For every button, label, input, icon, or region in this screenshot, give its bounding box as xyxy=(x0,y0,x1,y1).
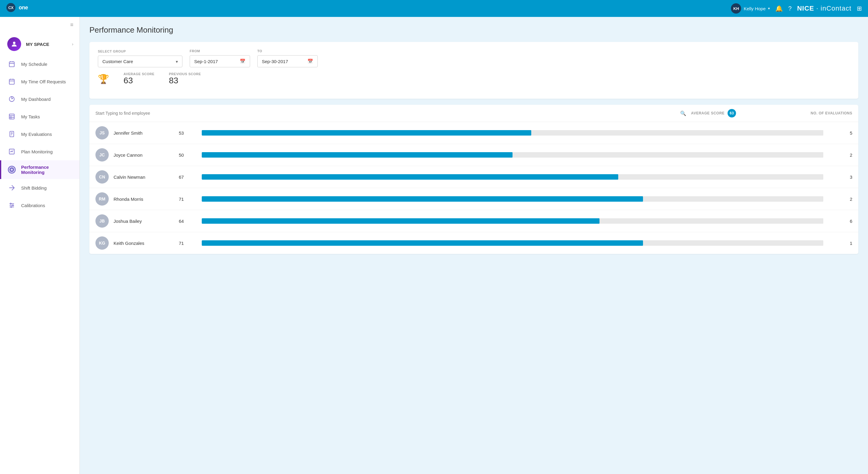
to-date-input[interactable]: Sep-30-2017 📅 xyxy=(257,55,318,67)
group-select[interactable]: Customer Care ▾ xyxy=(98,56,182,67)
content-area: Performance Monitoring SELECT GROUP Cust… xyxy=(80,17,868,474)
help-icon[interactable]: ? xyxy=(788,5,792,12)
to-date-filter: TO Sep-30-2017 📅 xyxy=(257,49,318,67)
trophy-icon: 🏆 xyxy=(98,74,109,84)
score-bar-container xyxy=(202,152,823,158)
scores-row: 🏆 AVERAGE SCORE 63 PREVIOUS SCORE 83 xyxy=(98,67,850,92)
table-row[interactable]: KG Keith Gonzales 71 1 xyxy=(89,232,858,254)
employee-avatar: CN xyxy=(95,170,109,184)
employee-name: Rhonda Morris xyxy=(114,196,174,202)
svg-text:CX: CX xyxy=(8,5,13,10)
sidebar-item-shift[interactable]: Shift Bidding xyxy=(0,179,80,196)
employee-name: Jennifer Smith xyxy=(114,130,174,135)
employee-evals: 2 xyxy=(828,196,852,202)
user-avatar: KH xyxy=(731,3,741,13)
svg-point-3 xyxy=(13,42,16,44)
score-bar-container xyxy=(202,240,823,246)
sidebar-item-plan[interactable]: Plan Monitoring xyxy=(0,143,80,160)
table-row[interactable]: JC Joyce Cannon 50 2 xyxy=(89,144,858,166)
score-bar-fill xyxy=(202,130,531,135)
schedule-icon xyxy=(7,60,16,68)
employee-list: JS Jennifer Smith 53 5 JC Joyce Cannon 5… xyxy=(89,122,858,254)
score-bar-fill xyxy=(202,152,513,158)
group-filter-label: SELECT GROUP xyxy=(98,50,182,53)
svg-rect-4 xyxy=(9,62,14,67)
sidebar-item-performance[interactable]: Performance Monitoring xyxy=(0,160,80,179)
employee-evals: 3 xyxy=(828,175,852,180)
user-menu-button[interactable]: KH Kelly Hope ▾ xyxy=(731,3,770,13)
calibrations-icon xyxy=(7,201,16,210)
svg-rect-15 xyxy=(9,114,14,119)
svg-rect-8 xyxy=(9,80,14,85)
sidebar-item-time-off-label: My Time Off Requests xyxy=(21,79,66,84)
to-date-value: Sep-30-2017 xyxy=(262,59,288,64)
employee-name: Keith Gonzales xyxy=(114,241,174,246)
sidebar-item-calibrations[interactable]: Calibrations xyxy=(0,196,80,214)
my-space-label: MY SPACE xyxy=(26,42,67,47)
svg-point-31 xyxy=(10,203,11,204)
score-bar-fill xyxy=(202,240,643,246)
employee-name: Joyce Cannon xyxy=(114,153,174,158)
employee-avatar: JC xyxy=(95,148,109,161)
logo-area: CX one xyxy=(6,3,33,14)
from-date-input[interactable]: Sep-1-2017 📅 xyxy=(190,55,250,67)
sidebar-item-dashboard[interactable]: My Dashboard xyxy=(0,90,80,108)
shift-icon xyxy=(7,183,16,192)
avg-score-label: AVERAGE SCORE xyxy=(124,72,154,76)
employee-score: 64 xyxy=(179,219,197,224)
score-bar-container xyxy=(202,218,823,224)
score-bar-container xyxy=(202,196,823,202)
sidebar-toggle[interactable]: ≡ xyxy=(0,17,80,33)
to-label: TO xyxy=(257,49,318,53)
notification-icon[interactable]: 🔔 xyxy=(775,5,783,12)
table-row[interactable]: CN Calvin Newman 67 3 xyxy=(89,166,858,188)
prev-score-label: PREVIOUS SCORE xyxy=(169,72,201,76)
tasks-icon xyxy=(7,112,16,121)
table-row[interactable]: RM Rhonda Morris 71 2 xyxy=(89,188,858,210)
employee-score: 67 xyxy=(179,175,197,180)
employee-evals: 6 xyxy=(828,219,852,224)
main-container: ≡ MY SPACE › My Schedule My Time Off Req… xyxy=(0,17,868,474)
employee-score: 71 xyxy=(179,241,197,246)
avg-score-badge: 63 xyxy=(727,109,736,118)
employee-search-input[interactable] xyxy=(95,111,677,116)
group-filter: SELECT GROUP Customer Care ▾ xyxy=(98,50,182,67)
from-label: FROM xyxy=(190,49,250,53)
top-navigation: CX one KH Kelly Hope ▾ 🔔 ? NICE · inCont… xyxy=(0,0,868,17)
employee-name: Calvin Newman xyxy=(114,175,174,180)
score-bar-fill xyxy=(202,218,599,224)
prev-score-block: PREVIOUS SCORE 83 xyxy=(169,72,201,86)
group-chevron-icon: ▾ xyxy=(176,59,178,64)
sidebar-item-evaluations[interactable]: My Evaluations xyxy=(0,125,80,143)
from-date-filter: FROM Sep-1-2017 📅 xyxy=(190,49,250,67)
sidebar-item-tasks-label: My Tasks xyxy=(21,114,40,119)
sidebar-item-tasks[interactable]: My Tasks xyxy=(0,108,80,125)
sidebar-item-time-off[interactable]: My Time Off Requests xyxy=(0,73,80,90)
svg-point-33 xyxy=(10,207,12,208)
table-row[interactable]: JB Joshua Bailey 64 6 xyxy=(89,210,858,232)
table-header: 🔍 AVERAGE SCORE 63 NO. OF EVALUATIONS xyxy=(89,105,858,122)
employee-evals: 2 xyxy=(828,153,852,158)
apps-grid-icon[interactable]: ⊞ xyxy=(857,5,862,12)
time-off-icon xyxy=(7,77,16,86)
sidebar-item-schedule[interactable]: My Schedule xyxy=(0,55,80,73)
employee-avatar: JB xyxy=(95,214,109,228)
employee-evals: 5 xyxy=(828,130,852,135)
page-title: Performance Monitoring xyxy=(89,25,858,35)
my-space-icon xyxy=(7,37,21,51)
employee-score: 50 xyxy=(179,153,197,158)
employee-table-card: 🔍 AVERAGE SCORE 63 NO. OF EVALUATIONS JS… xyxy=(89,105,858,254)
dashboard-icon xyxy=(7,95,16,103)
sidebar: ≡ MY SPACE › My Schedule My Time Off Req… xyxy=(0,17,80,474)
employee-score: 71 xyxy=(179,196,197,202)
sidebar-item-schedule-label: My Schedule xyxy=(21,62,48,67)
evals-column-header: NO. OF EVALUATIONS xyxy=(811,111,852,115)
sidebar-item-plan-label: Plan Monitoring xyxy=(21,149,53,154)
sidebar-item-shift-label: Shift Bidding xyxy=(21,185,46,190)
svg-point-27 xyxy=(11,169,12,170)
filter-row: SELECT GROUP Customer Care ▾ FROM Sep-1-… xyxy=(98,49,850,67)
sidebar-item-my-space[interactable]: MY SPACE › xyxy=(0,33,80,55)
employee-avatar: RM xyxy=(95,192,109,206)
table-row[interactable]: JS Jennifer Smith 53 5 xyxy=(89,122,858,144)
score-bar-fill xyxy=(202,196,643,202)
